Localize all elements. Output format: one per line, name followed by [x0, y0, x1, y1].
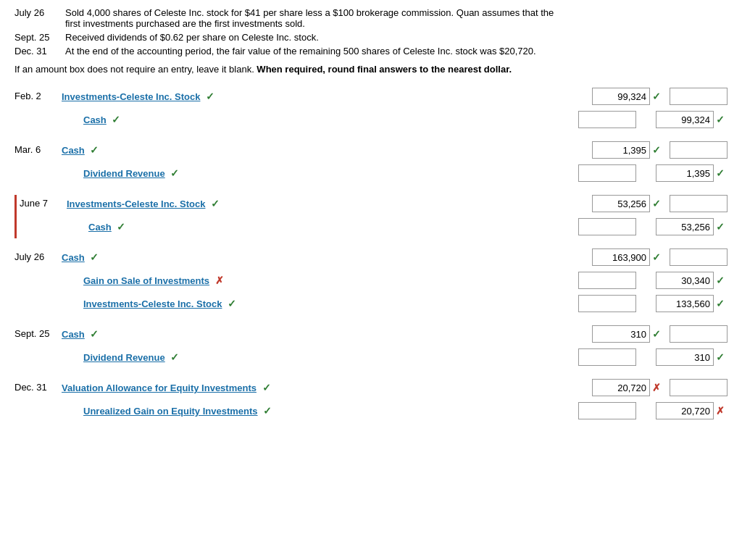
- debit-box-feb2-line2[interactable]: [578, 111, 636, 128]
- debit-box-june7-line1[interactable]: 53,256: [592, 195, 650, 212]
- debit-box-mar6-line2[interactable]: [578, 164, 636, 182]
- credit-box-feb2-line1[interactable]: [670, 88, 728, 105]
- account-cash-mar6[interactable]: Cash ✓: [62, 141, 592, 156]
- check-icon-green: ✓: [90, 328, 99, 340]
- journal-entry-feb2-line1: Feb. 2 Investments-Celeste Inc. Stock ✓ …: [14, 88, 728, 108]
- debit-june7-line2: ✓: [578, 218, 650, 235]
- credit-box-feb2-line2[interactable]: 99,324: [656, 111, 714, 128]
- journal-entry-july26-line3: Investments-Celeste Inc. Stock ✓ ✓ 133,5…: [14, 295, 728, 315]
- check-icon-red: ✗: [215, 275, 224, 286]
- credit-box-july26-line1[interactable]: [670, 248, 728, 266]
- journal-entry-sept25-line1: Sept. 25 Cash ✓ 310 ✓: [14, 325, 728, 346]
- journal-entry-mar6-line2: Dividend Revenue ✓ ✓ 1,395 ✓: [14, 164, 728, 185]
- debit-box-july26-line1[interactable]: 163,900: [592, 248, 650, 266]
- account-dividend-mar6[interactable]: Dividend Revenue ✓: [62, 164, 578, 179]
- check-icon-green: ✓: [211, 198, 220, 209]
- date-dec31-blank: [14, 402, 62, 405]
- debit-box-july26-line3[interactable]: [578, 295, 636, 312]
- credit-feb2-line1: [670, 88, 728, 105]
- check-icon-green: ✓: [228, 298, 236, 309]
- credit-box-june7-line1[interactable]: [670, 195, 728, 212]
- account-dividend-sept25[interactable]: Dividend Revenue ✓: [62, 348, 578, 363]
- credit-dec31-line1: [670, 379, 728, 396]
- credit-check-sept25-line2: ✓: [716, 351, 728, 363]
- date-mar6: Mar. 6: [14, 141, 62, 155]
- debit-box-dec31-line2[interactable]: [578, 402, 636, 419]
- journal-section: Feb. 2 Investments-Celeste Inc. Stock ✓ …: [14, 88, 728, 422]
- dec31-text: At the end of the accounting period, the…: [65, 46, 728, 57]
- debit-box-july26-line2[interactable]: [578, 272, 636, 289]
- amounts-july26-line3: ✓ 133,560 ✓: [578, 295, 728, 312]
- journal-entry-july26-line1: July 26 Cash ✓ 163,900 ✓: [14, 248, 728, 269]
- account-valuation-dec31[interactable]: Valuation Allowance for Equity Investmen…: [62, 379, 592, 393]
- journal-entry-sept25-line2: Dividend Revenue ✓ ✓ 310 ✓: [14, 348, 728, 369]
- amounts-feb2-line1: 99,324 ✓: [592, 88, 728, 105]
- credit-check-feb2-line2: ✓: [716, 114, 728, 125]
- account-investments-celeste-feb2[interactable]: Investments-Celeste Inc. Stock ✓: [62, 88, 592, 102]
- debit-dec31-line1: 20,720 ✗: [592, 379, 664, 396]
- credit-box-july26-line2[interactable]: 30,340: [656, 272, 714, 289]
- debit-box-june7-line2[interactable]: [578, 218, 636, 235]
- date-sept25: Sept. 25: [14, 325, 62, 339]
- credit-box-july26-line3[interactable]: 133,560: [656, 295, 714, 312]
- journal-entry-feb2-line2: Cash ✓ ✓ 99,324 ✓: [14, 111, 728, 131]
- debit-check-june7-line1: ✓: [652, 198, 664, 209]
- account-investments-july26[interactable]: Investments-Celeste Inc. Stock ✓: [62, 295, 578, 309]
- check-icon-green: ✓: [262, 382, 271, 393]
- debit-sept25-line1: 310 ✓: [592, 325, 664, 343]
- credit-june7-line1: [670, 195, 728, 212]
- check-icon-green: ✓: [206, 91, 214, 102]
- account-cash-june7[interactable]: Cash ✓: [67, 218, 578, 233]
- check-icon-green: ✓: [90, 251, 99, 263]
- date-july26-blank2: [14, 295, 62, 298]
- credit-check-july26-line3: ✓: [716, 298, 728, 309]
- credit-box-mar6-line1[interactable]: [670, 141, 728, 159]
- journal-entry-july26-line2: Gain on Sale of Investments ✗ ✓ 30,340 ✓: [14, 272, 728, 292]
- account-investments-june7[interactable]: Investments-Celeste Inc. Stock ✓: [67, 195, 592, 209]
- credit-box-sept25-line1[interactable]: [670, 325, 728, 343]
- check-icon-green: ✓: [112, 114, 120, 125]
- credit-box-dec31-line2[interactable]: 20,720: [656, 402, 714, 419]
- debit-july26-line3: ✓: [578, 295, 650, 312]
- dec31-row: Dec. 31 At the end of the accounting per…: [14, 46, 728, 57]
- debit-box-feb2-line1[interactable]: 99,324: [592, 88, 650, 105]
- account-cash-july26[interactable]: Cash ✓: [62, 248, 592, 263]
- credit-box-dec31-line1[interactable]: [670, 379, 728, 396]
- date-feb2: Feb. 2: [14, 88, 62, 101]
- amounts-mar6-line2: ✓ 1,395 ✓: [578, 164, 728, 182]
- date-dec31: Dec. 31: [14, 379, 62, 393]
- debit-box-sept25-line1[interactable]: 310: [592, 325, 650, 343]
- journal-entry-june7-line2: Cash ✓ ✓ 53,256 ✓: [20, 218, 728, 238]
- journal-entry-dec31-line1: Dec. 31 Valuation Allowance for Equity I…: [14, 379, 728, 399]
- date-july26-blank1: [14, 272, 62, 275]
- account-cash-feb2[interactable]: Cash ✓: [62, 111, 578, 125]
- intro-section: July 26 Sold 4,000 shares of Celeste Inc…: [14, 7, 728, 75]
- july26-date: July 26: [14, 7, 65, 29]
- debit-box-mar6-line1[interactable]: 1,395: [592, 141, 650, 159]
- entry-june7: June 7 Investments-Celeste Inc. Stock ✓ …: [14, 195, 728, 238]
- amounts-july26-line2: ✓ 30,340 ✓: [578, 272, 728, 289]
- account-cash-sept25[interactable]: Cash ✓: [62, 325, 592, 340]
- debit-july26-line2: ✓: [578, 272, 650, 289]
- credit-box-sept25-line2[interactable]: 310: [656, 348, 714, 366]
- entry-mar6: Mar. 6 Cash ✓ 1,395 ✓ Dividend Revenue ✓: [14, 141, 728, 185]
- credit-check-june7-line2: ✓: [716, 221, 728, 233]
- account-gain-july26[interactable]: Gain on Sale of Investments ✗: [62, 272, 578, 286]
- credit-check-dec31-line2: ✗: [716, 405, 728, 417]
- amounts-july26-line1: 163,900 ✓: [592, 248, 728, 266]
- debit-box-sept25-line2[interactable]: [578, 348, 636, 366]
- journal-entry-june7-line1: June 7 Investments-Celeste Inc. Stock ✓ …: [20, 195, 728, 215]
- credit-check-mar6-line2: ✓: [716, 167, 728, 179]
- check-icon-green: ✓: [263, 405, 272, 417]
- credit-box-mar6-line2[interactable]: 1,395: [656, 164, 714, 182]
- entry-feb2: Feb. 2 Investments-Celeste Inc. Stock ✓ …: [14, 88, 728, 131]
- instructions-note: If an amount box does not require an ent…: [14, 64, 728, 75]
- credit-box-june7-line2[interactable]: 53,256: [656, 218, 714, 235]
- debit-dec31-line2: ✓: [578, 402, 650, 419]
- debit-box-dec31-line1[interactable]: 20,720: [592, 379, 650, 396]
- date-june7-blank: [20, 218, 67, 221]
- amounts-dec31-line2: ✓ 20,720 ✗: [578, 402, 728, 419]
- account-unrealized-dec31[interactable]: Unrealized Gain on Equity Investments ✓: [62, 402, 578, 417]
- entry-july26: July 26 Cash ✓ 163,900 ✓ Gain on Sale of…: [14, 248, 728, 315]
- debit-feb2-line2: ✓: [578, 111, 650, 128]
